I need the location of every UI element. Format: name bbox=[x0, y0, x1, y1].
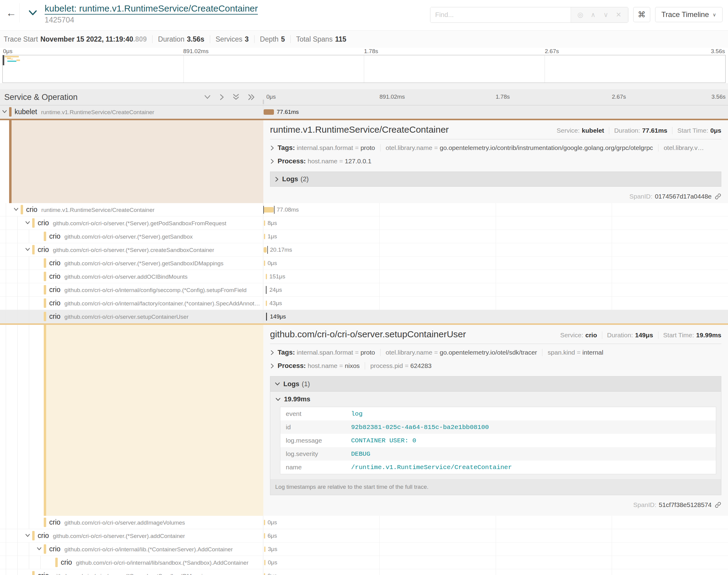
span-bar[interactable] bbox=[266, 286, 267, 294]
collapse-all-icon[interactable] bbox=[232, 94, 240, 101]
span-bar[interactable] bbox=[264, 533, 265, 539]
span-row[interactable]: crioruntime.v1.RuntimeService/CreateCont… bbox=[0, 203, 728, 216]
process-section-toggle[interactable]: Process: host.name=127.0.0.1 bbox=[270, 155, 721, 168]
expand-all-icon[interactable] bbox=[247, 94, 256, 100]
trace-minimap[interactable] bbox=[2, 55, 726, 83]
service-label: Service: bbox=[557, 127, 580, 134]
span-operation: github.com/cri-o/cri-o/server.(*Server).… bbox=[53, 220, 226, 227]
span-bar[interactable] bbox=[264, 221, 265, 226]
process-label: Process: bbox=[277, 362, 306, 370]
find-input[interactable] bbox=[430, 7, 571, 23]
chevron-down-icon[interactable] bbox=[25, 221, 30, 226]
chevron-down-icon[interactable] bbox=[25, 533, 30, 539]
minimap-scrubber-handle[interactable] bbox=[3, 55, 4, 65]
chevron-down-icon[interactable] bbox=[36, 547, 42, 552]
find-clear-icon[interactable]: ✕ bbox=[612, 11, 625, 19]
span-timeline-cell[interactable]: 0μs bbox=[263, 516, 728, 529]
span-duration: 0μs bbox=[268, 573, 277, 575]
start-time-value: 0μs bbox=[710, 127, 721, 134]
span-row[interactable]: criogithub.com/cri-o/cri-o/server.addIma… bbox=[0, 516, 728, 529]
chevron-down-icon[interactable] bbox=[2, 110, 7, 115]
span-timeline-cell[interactable]: 8μs bbox=[263, 216, 728, 230]
chevron-down-icon[interactable] bbox=[25, 247, 30, 253]
collapse-header-button[interactable] bbox=[28, 10, 37, 18]
detail-title: github.com/cri-o/cri-o/server.setupConta… bbox=[270, 329, 466, 339]
chevron-down-icon bbox=[28, 10, 37, 16]
tag-key: otel.library.name bbox=[386, 349, 432, 356]
service-operation-header: Service & Operation ∥ bbox=[0, 89, 263, 105]
span-timeline-cell[interactable]: 77.08ms bbox=[263, 203, 728, 216]
deep-link-icon[interactable] bbox=[715, 193, 721, 200]
span-row[interactable]: criogithub.com/cri-o/cri-o/server.(*Serv… bbox=[0, 230, 728, 243]
keyboard-shortcuts-button[interactable]: ⌘ bbox=[633, 7, 650, 22]
span-row[interactable]: criogithub.com/cri-o/cri-o/server.addOCI… bbox=[0, 270, 728, 283]
span-row[interactable]: criogithub.com/cri-o/cri-o/server.(*Serv… bbox=[0, 529, 728, 543]
span-timeline-cell[interactable]: 0μs bbox=[263, 257, 728, 270]
log-entry-toggle[interactable]: 19.99ms bbox=[275, 395, 716, 403]
span-row[interactable]: criogithub.com/cri-o/cri-o/server.(*Serv… bbox=[0, 216, 728, 230]
service-value: kubelet bbox=[582, 127, 604, 134]
deep-link-icon[interactable] bbox=[715, 502, 721, 508]
view-dropdown-button[interactable]: Trace Timeline ∨ bbox=[655, 7, 723, 22]
span-timeline-cell[interactable]: 77.61ms bbox=[263, 105, 728, 119]
span-bar[interactable] bbox=[264, 109, 274, 115]
span-timeline-cell[interactable]: 6μs bbox=[263, 529, 728, 542]
span-duration: 149μs bbox=[270, 313, 286, 320]
span-bar[interactable] bbox=[266, 301, 267, 306]
detail-color-guide bbox=[44, 325, 46, 516]
tag-value: internal bbox=[583, 349, 603, 356]
span-duration: 0μs bbox=[268, 559, 277, 566]
span-timeline-cell[interactable]: 3μs bbox=[263, 543, 728, 555]
span-row[interactable]: criogithub.com/cri-o/cri-o/internal/lib/… bbox=[0, 556, 728, 569]
services-label: Services bbox=[216, 35, 242, 43]
span-bar[interactable] bbox=[264, 247, 267, 252]
span-bar[interactable] bbox=[264, 573, 265, 575]
chevron-down-icon[interactable] bbox=[13, 207, 19, 213]
span-bar[interactable] bbox=[264, 546, 265, 552]
find-next-icon[interactable]: ∨ bbox=[599, 11, 612, 19]
span-row[interactable]: criogithub.com/cri-o/cri-o/internal/conf… bbox=[0, 283, 728, 297]
chevron-right-icon bbox=[270, 159, 274, 164]
column-resize-grip[interactable]: ∥ bbox=[262, 99, 265, 104]
find-target-icon[interactable]: ◎ bbox=[574, 11, 587, 19]
expand-one-icon[interactable] bbox=[219, 94, 225, 100]
span-timeline-cell[interactable]: 24μs bbox=[263, 283, 728, 296]
span-tick bbox=[263, 206, 264, 214]
span-bar[interactable] bbox=[266, 274, 267, 279]
collapse-one-icon[interactable] bbox=[204, 94, 211, 100]
log-field-value: CONTAINER USER: 0 bbox=[351, 437, 416, 444]
span-bar[interactable] bbox=[264, 234, 265, 239]
span-operation: github.com/cri-o/cri-o/server.(*Server).… bbox=[53, 573, 212, 575]
span-row[interactable]: criogithub.com/cri-o/cri-o/internal/fact… bbox=[0, 297, 728, 310]
find-prev-icon[interactable]: ∧ bbox=[587, 11, 599, 19]
span-bar[interactable] bbox=[266, 313, 267, 320]
span-bar[interactable] bbox=[264, 261, 265, 266]
process-section-toggle[interactable]: Process: host.name=nixos process.pid=624… bbox=[270, 359, 721, 373]
span-timeline-cell[interactable]: 43μs bbox=[263, 297, 728, 310]
span-row[interactable]: kubeletruntime.v1.RuntimeService/CreateC… bbox=[0, 105, 728, 119]
span-row[interactable]: criogithub.com/cri-o/cri-o/server.(*Serv… bbox=[0, 243, 728, 257]
span-timeline-cell[interactable]: 1μs bbox=[263, 230, 728, 243]
logs-section-toggle[interactable]: Logs (2) bbox=[270, 172, 721, 187]
trace-title-link[interactable]: kubelet: runtime.v1.RuntimeService/Creat… bbox=[45, 3, 258, 14]
span-bar[interactable] bbox=[264, 520, 265, 525]
minimap-span bbox=[7, 61, 16, 62]
span-service: crio bbox=[49, 299, 60, 307]
span-bar[interactable] bbox=[264, 207, 274, 212]
span-timeline-cell[interactable]: 20.17ms bbox=[263, 243, 728, 256]
back-arrow-icon: ← bbox=[6, 7, 16, 19]
span-row[interactable]: criogithub.com/cri-o/cri-o/server.(*Serv… bbox=[0, 569, 728, 575]
span-operation: runtime.v1.RuntimeService/CreateContaine… bbox=[41, 207, 155, 213]
span-timeline-cell[interactable]: 151μs bbox=[263, 270, 728, 283]
span-row[interactable]: criogithub.com/cri-o/cri-o/server.(*Serv… bbox=[0, 257, 728, 270]
logs-section-toggle[interactable]: Logs (1) bbox=[270, 376, 721, 392]
span-row[interactable]: criogithub.com/cri-o/cri-o/internal/lib.… bbox=[0, 543, 728, 556]
tags-section-toggle[interactable]: Tags: internal.span.format=proto otel.li… bbox=[270, 346, 721, 359]
span-timeline-cell[interactable]: 0μs bbox=[263, 569, 728, 575]
tags-section-toggle[interactable]: Tags: internal.span.format=proto otel.li… bbox=[270, 141, 721, 155]
span-row-selected[interactable]: criogithub.com/cri-o/cri-o/server.setupC… bbox=[0, 310, 728, 323]
span-timeline-cell[interactable]: 149μs bbox=[263, 310, 728, 323]
back-button[interactable]: ← bbox=[3, 3, 20, 23]
span-timeline-cell[interactable]: 0μs bbox=[263, 556, 728, 569]
span-bar[interactable] bbox=[264, 560, 265, 565]
